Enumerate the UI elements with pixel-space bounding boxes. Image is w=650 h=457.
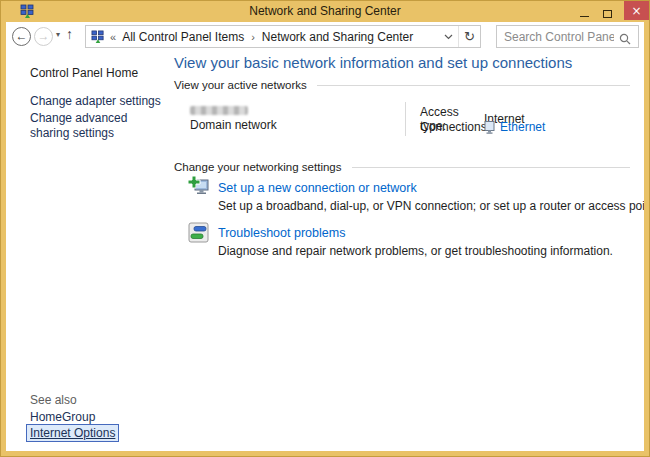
networking-settings-section-title: Change your networking settings xyxy=(174,161,342,173)
network-sharing-center-window: Network and Sharing Center × ← → ▾ ↑ xyxy=(0,0,650,457)
networking-settings-section-header: Change your networking settings xyxy=(174,161,630,173)
search-icon[interactable] xyxy=(619,31,631,49)
sidebar-item-change-advanced-sharing-settings[interactable]: Change advanced sharing settings xyxy=(30,111,156,141)
sidebar: Control Panel Home Change adapter settin… xyxy=(6,52,174,451)
see-also-header: See also xyxy=(30,393,77,407)
connections-row: Connections: Ethernet xyxy=(420,120,545,134)
troubleshoot-problems-description: Diagnose and repair network problems, or… xyxy=(218,244,613,258)
active-networks-section-title: View your active networks xyxy=(174,79,307,91)
minimize-button[interactable] xyxy=(573,1,595,20)
breadcrumb-overflow-chevron[interactable]: « xyxy=(110,31,116,43)
network-type-label: Domain network xyxy=(190,118,277,132)
sidebar-item-change-adapter-settings[interactable]: Change adapter settings xyxy=(30,94,161,108)
chevron-down-icon[interactable] xyxy=(438,34,458,40)
setup-new-connection-link[interactable]: Set up a new connection or network xyxy=(218,181,417,195)
ethernet-link[interactable]: Ethernet xyxy=(500,120,545,134)
column-divider xyxy=(405,102,406,136)
search-box xyxy=(496,25,639,48)
active-networks-section-header: View your active networks xyxy=(174,79,630,91)
maximize-icon xyxy=(603,10,612,18)
breadcrumb-separator-icon: › xyxy=(251,31,255,43)
titlebar: Network and Sharing Center × xyxy=(1,1,649,22)
breadcrumb-item-all-control-panel-items[interactable]: All Control Panel Items xyxy=(122,30,244,44)
up-button[interactable]: ↑ xyxy=(66,26,73,42)
window-title: Network and Sharing Center xyxy=(1,1,649,22)
connections-label: Connections: xyxy=(420,120,484,134)
back-button[interactable]: ← xyxy=(12,27,31,46)
network-name-redacted xyxy=(190,106,248,115)
recent-pages-chevron-icon[interactable]: ▾ xyxy=(56,30,60,39)
close-button[interactable]: × xyxy=(624,1,649,20)
maximize-button[interactable] xyxy=(596,1,618,20)
main-pane: View your basic network information and … xyxy=(174,52,644,451)
page-title: View your basic network information and … xyxy=(174,54,572,71)
troubleshoot-icon xyxy=(188,222,209,243)
section-rule xyxy=(317,85,630,86)
sidebar-item-control-panel-home[interactable]: Control Panel Home xyxy=(30,66,138,80)
window-body: ← → ▾ ↑ « All Control Panel Items › N xyxy=(6,22,644,451)
sidebar-item-internet-options[interactable]: Internet Options xyxy=(26,424,119,442)
network-icon xyxy=(91,30,105,44)
breadcrumb-item-network-sharing-center[interactable]: Network and Sharing Center xyxy=(262,30,413,44)
refresh-button[interactable]: ↻ xyxy=(458,26,480,47)
content-area: Control Panel Home Change adapter settin… xyxy=(6,52,644,451)
setup-new-connection-description: Set up a broadband, dial-up, or VPN conn… xyxy=(218,199,644,213)
address-bar[interactable]: « All Control Panel Items › Network and … xyxy=(85,25,481,48)
search-input[interactable] xyxy=(504,27,614,46)
troubleshoot-problems-link[interactable]: Troubleshoot problems xyxy=(218,226,345,240)
new-connection-icon xyxy=(188,176,209,197)
sidebar-item-homegroup[interactable]: HomeGroup xyxy=(30,410,95,424)
minimize-icon xyxy=(580,16,589,17)
forward-button[interactable]: → xyxy=(34,27,53,46)
section-rule xyxy=(352,167,631,168)
toolbar: ← → ▾ ↑ « All Control Panel Items › N xyxy=(6,22,644,52)
ethernet-icon xyxy=(484,121,495,134)
